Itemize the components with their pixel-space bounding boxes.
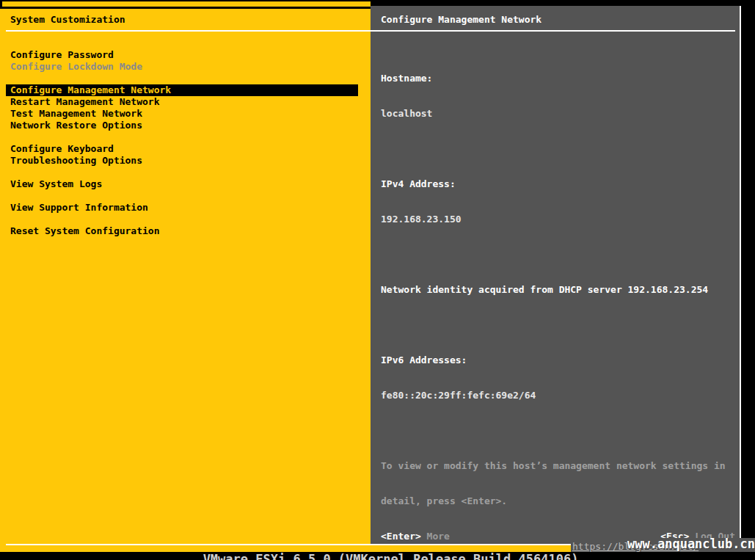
network-details: Hostname: localhost IPv4 Address: 192.16…	[381, 49, 737, 531]
menu-spacer	[0, 131, 371, 143]
spacer-row	[381, 249, 737, 261]
menu-spacer	[0, 190, 371, 202]
ipv6-label: IPv6 Addresses:	[381, 354, 737, 366]
ipv6-value: fe80::20c:29ff:fefc:69e2/64	[381, 390, 737, 401]
menu-item-network-restore-options[interactable]: Network Restore Options	[0, 120, 371, 131]
menu-item-troubleshooting-options[interactable]: Troubleshooting Options	[0, 155, 371, 167]
enter-key: <Enter>	[381, 531, 421, 542]
esxi-version-text: VMware ESXi 6.5.0 (VMKernel Release Buil…	[0, 553, 755, 560]
menu-item-configure-management-network[interactable]: Configure Management Network	[6, 84, 358, 96]
watermark-overlay: https://blog.csdn.net/ www.anquanclub.cn	[571, 538, 755, 553]
right-title-underline	[371, 30, 735, 32]
panel-right-border	[740, 6, 741, 552]
hostname-label: Hostname:	[381, 73, 737, 84]
menu-item-view-support-information[interactable]: View Support Information	[0, 202, 371, 214]
menu-spacer	[0, 73, 371, 84]
dcui-screen: System Customization Configure Managemen…	[0, 0, 755, 560]
ipv4-label: IPv4 Address:	[381, 178, 737, 190]
dhcp-notice: Network identity acquired from DHCP serv…	[381, 284, 737, 296]
menu-spacer	[0, 214, 371, 225]
system-customization-menu: Configure Password Configure Lockdown Mo…	[0, 49, 371, 237]
top-frame-line	[2, 1, 371, 7]
menu-item-view-system-logs[interactable]: View System Logs	[0, 178, 371, 190]
menu-spacer	[0, 167, 371, 178]
left-title-underline	[6, 30, 371, 32]
spacer-row	[381, 425, 737, 437]
ipv4-value: 192.168.23.150	[381, 214, 737, 225]
menu-item-restart-management-network[interactable]: Restart Management Network	[0, 96, 371, 108]
help-text-line2: detail, press <Enter>.	[381, 495, 737, 507]
menu-item-reset-system-configuration[interactable]: Reset System Configuration	[0, 225, 371, 237]
spacer-row	[381, 319, 737, 331]
left-panel-title: System Customization	[10, 14, 125, 26]
spacer-row	[381, 143, 737, 155]
menu-item-configure-password[interactable]: Configure Password	[0, 49, 371, 61]
enter-key-label: More	[421, 531, 450, 542]
right-panel-title: Configure Management Network	[381, 14, 541, 26]
enter-key-hint: <Enter> More	[381, 531, 450, 542]
hostname-value: localhost	[381, 108, 737, 120]
watermark-site-text: www.anquanclub.cn	[627, 538, 755, 550]
menu-item-configure-keyboard[interactable]: Configure Keyboard	[0, 143, 371, 155]
menu-item-configure-lockdown-mode: Configure Lockdown Mode	[0, 61, 371, 73]
help-text-line1: To view or modify this host’s management…	[381, 460, 737, 472]
menu-item-test-management-network[interactable]: Test Management Network	[0, 108, 371, 120]
